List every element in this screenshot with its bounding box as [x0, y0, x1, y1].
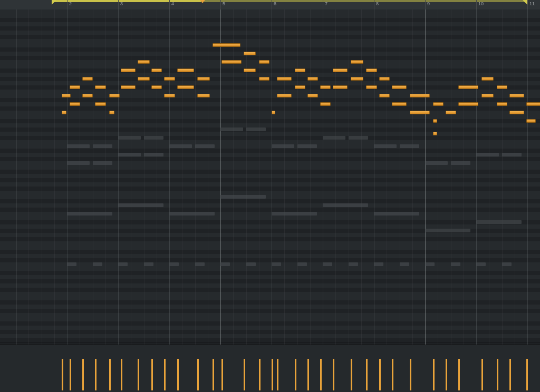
midi-note[interactable]: [433, 132, 438, 135]
velocity-handle[interactable]: [151, 359, 153, 390]
velocity-handle[interactable]: [481, 359, 483, 390]
midi-note[interactable]: [82, 94, 93, 97]
loop-start-flag[interactable]: [52, 0, 56, 5]
piano-roll-grid[interactable]: [0, 9, 540, 345]
midi-note[interactable]: [121, 68, 136, 72]
playhead-icon[interactable]: [200, 0, 205, 3]
midi-note[interactable]: [497, 85, 507, 89]
midi-note[interactable]: [410, 94, 430, 97]
velocity-handle[interactable]: [458, 359, 460, 390]
velocity-handle[interactable]: [433, 359, 435, 390]
midi-note[interactable]: [509, 94, 524, 97]
midi-note[interactable]: [151, 68, 162, 72]
midi-note[interactable]: [392, 102, 407, 106]
midi-note[interactable]: [138, 60, 150, 64]
midi-note[interactable]: [213, 43, 240, 47]
midi-note[interactable]: [351, 60, 363, 64]
velocity-handle[interactable]: [82, 359, 84, 390]
midi-note[interactable]: [164, 77, 175, 81]
velocity-handle[interactable]: [277, 359, 278, 390]
midi-note[interactable]: [277, 94, 292, 97]
velocity-handle[interactable]: [526, 359, 528, 390]
midi-note[interactable]: [320, 85, 331, 89]
midi-note[interactable]: [295, 85, 305, 89]
midi-note[interactable]: [138, 77, 150, 81]
loop-region[interactable]: [52, 0, 201, 2]
velocity-handle[interactable]: [109, 359, 111, 390]
midi-note[interactable]: [95, 102, 105, 106]
midi-note[interactable]: [197, 77, 209, 81]
velocity-handle[interactable]: [221, 359, 223, 390]
velocity-handle[interactable]: [62, 359, 63, 390]
velocity-handle[interactable]: [259, 359, 261, 390]
midi-note[interactable]: [320, 102, 331, 106]
velocity-handle[interactable]: [164, 359, 166, 390]
velocity-handle[interactable]: [70, 359, 71, 390]
velocity-handle[interactable]: [351, 359, 352, 390]
velocity-lane[interactable]: [0, 345, 540, 392]
midi-note[interactable]: [497, 102, 507, 106]
velocity-handle[interactable]: [392, 359, 393, 390]
midi-note[interactable]: [277, 77, 292, 81]
midi-note[interactable]: [351, 77, 363, 81]
midi-note[interactable]: [433, 102, 443, 106]
midi-note[interactable]: [95, 85, 105, 89]
midi-note[interactable]: [481, 77, 494, 81]
midi-note[interactable]: [259, 60, 269, 64]
midi-note[interactable]: [197, 94, 209, 97]
midi-note[interactable]: [70, 85, 80, 89]
midi-note[interactable]: [177, 68, 195, 72]
midi-note[interactable]: [333, 68, 348, 72]
midi-note[interactable]: [307, 77, 318, 81]
velocity-handle[interactable]: [197, 359, 199, 390]
velocity-handle[interactable]: [410, 359, 411, 390]
velocity-handle[interactable]: [213, 359, 214, 390]
velocity-handle[interactable]: [307, 359, 309, 390]
midi-note[interactable]: [509, 111, 524, 114]
midi-note[interactable]: [366, 85, 377, 89]
midi-note[interactable]: [458, 85, 478, 89]
midi-note[interactable]: [121, 85, 136, 89]
midi-note[interactable]: [62, 94, 70, 97]
velocity-handle[interactable]: [177, 359, 179, 390]
midi-note[interactable]: [333, 85, 348, 89]
velocity-handle[interactable]: [366, 359, 368, 390]
velocity-handle[interactable]: [95, 359, 97, 390]
midi-note[interactable]: [366, 68, 377, 72]
midi-note[interactable]: [177, 85, 195, 89]
velocity-handle[interactable]: [138, 359, 139, 390]
midi-note[interactable]: [272, 111, 275, 114]
midi-note[interactable]: [109, 111, 115, 114]
midi-note[interactable]: [62, 111, 66, 114]
midi-note[interactable]: [481, 94, 494, 97]
midi-note[interactable]: [164, 94, 175, 97]
velocity-handle[interactable]: [295, 359, 296, 390]
loop-end-flag[interactable]: [523, 0, 527, 5]
midi-note[interactable]: [526, 102, 540, 106]
midi-note[interactable]: [526, 119, 536, 123]
midi-note[interactable]: [433, 119, 438, 123]
midi-note[interactable]: [151, 85, 162, 89]
velocity-handle[interactable]: [446, 359, 447, 390]
midi-note[interactable]: [458, 102, 478, 106]
midi-note[interactable]: [379, 77, 390, 81]
velocity-handle[interactable]: [320, 359, 322, 390]
velocity-handle[interactable]: [509, 359, 511, 390]
velocity-handle[interactable]: [244, 359, 245, 390]
midi-note[interactable]: [295, 68, 305, 72]
midi-note[interactable]: [82, 77, 93, 81]
midi-note[interactable]: [109, 94, 120, 97]
velocity-handle[interactable]: [333, 359, 334, 390]
velocity-handle[interactable]: [379, 359, 381, 390]
midi-note[interactable]: [307, 94, 318, 97]
midi-note[interactable]: [446, 111, 456, 114]
midi-note[interactable]: [379, 94, 390, 97]
midi-note[interactable]: [259, 77, 269, 81]
velocity-handle[interactable]: [121, 359, 122, 390]
midi-note[interactable]: [410, 111, 430, 114]
velocity-handle[interactable]: [497, 359, 498, 390]
velocity-handle[interactable]: [272, 359, 273, 390]
midi-note[interactable]: [244, 52, 256, 55]
midi-note[interactable]: [221, 60, 242, 64]
midi-note[interactable]: [392, 85, 407, 89]
